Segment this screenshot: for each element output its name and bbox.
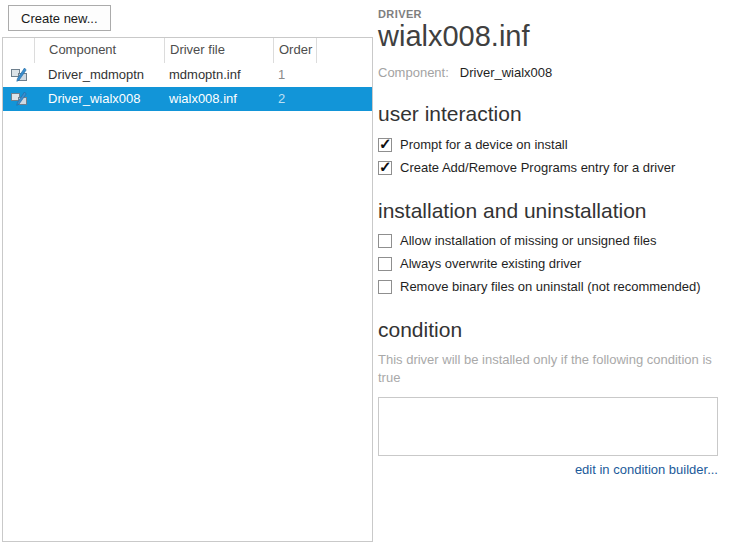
drivers-list-pane: Create new... Component Driver file Orde… — [0, 0, 374, 552]
cell-component: Driver_wialx008 — [34, 87, 164, 111]
cell-order: 2 — [273, 87, 316, 111]
checkbox-row: Prompt for a device on install — [378, 136, 718, 154]
create-new-button[interactable]: Create new... — [8, 5, 111, 31]
cell-component: Driver_mdmoptn — [34, 63, 164, 87]
section-title: installation and uninstallation — [378, 198, 718, 223]
checkbox-row: Allow installation of missing or unsigne… — [378, 232, 718, 250]
driver-icon — [3, 87, 34, 111]
drivers-table-header: Component Driver file Order — [3, 38, 372, 63]
checkbox[interactable] — [378, 257, 392, 271]
checkbox[interactable] — [378, 161, 392, 175]
checkbox[interactable] — [378, 234, 392, 248]
option-section: installation and uninstallation Allow in… — [378, 198, 718, 296]
cell-filler — [316, 63, 372, 87]
cell-order: 1 — [273, 63, 316, 87]
driver-details-pane: DRIVER wialx008.inf Component:Driver_wia… — [378, 0, 718, 478]
condition-input[interactable] — [378, 397, 718, 456]
checkbox-row: Always overwrite existing driver — [378, 255, 718, 273]
condition-description: This driver will be installed only if th… — [378, 351, 718, 387]
condition-builder-link[interactable]: edit in condition builder... — [575, 462, 718, 477]
column-header-icon — [3, 38, 34, 63]
checkbox-label: Remove binary files on uninstall (not re… — [400, 279, 701, 294]
checkbox-label: Create Add/Remove Programs entry for a d… — [400, 160, 675, 175]
component-value: Driver_wialx008 — [460, 65, 552, 80]
checkbox-row: Create Add/Remove Programs entry for a d… — [378, 159, 718, 177]
column-header-order[interactable]: Order — [273, 38, 316, 63]
driver-icon — [3, 63, 34, 87]
checkbox-row: Remove binary files on uninstall (not re… — [378, 278, 718, 296]
checkbox-label: Allow installation of missing or unsigne… — [400, 233, 657, 248]
option-sections: user interaction Prompt for a device on … — [378, 101, 718, 295]
table-row[interactable]: Driver_mdmoptn mdmoptn.inf 1 — [3, 63, 372, 87]
driver-settings-page: Create new... Component Driver file Orde… — [0, 0, 730, 552]
page-title: wialx008.inf — [378, 21, 718, 52]
cell-driver-file: wialx008.inf — [164, 87, 273, 111]
checkbox[interactable] — [378, 280, 392, 294]
check-list: Allow installation of missing or unsigne… — [378, 232, 718, 296]
column-header-driver-file[interactable]: Driver file — [164, 38, 273, 63]
cell-driver-file: mdmoptn.inf — [164, 63, 273, 87]
section-title-condition: condition — [378, 317, 718, 342]
check-list: Prompt for a device on install Create Ad… — [378, 136, 718, 177]
drivers-table: Component Driver file Order Driver_mdmop… — [2, 37, 373, 542]
checkbox-label: Always overwrite existing driver — [400, 256, 581, 271]
component-line: Component:Driver_wialx008 — [378, 65, 718, 80]
column-header-component[interactable]: Component — [34, 38, 164, 63]
column-header-filler — [316, 38, 372, 63]
component-label: Component: — [378, 65, 449, 80]
cell-filler — [316, 87, 372, 111]
condition-link-row: edit in condition builder... — [378, 460, 718, 478]
table-row[interactable]: Driver_wialx008 wialx008.inf 2 — [3, 87, 372, 111]
option-section: user interaction Prompt for a device on … — [378, 101, 718, 176]
checkbox[interactable] — [378, 138, 392, 152]
driver-kicker: DRIVER — [378, 8, 718, 20]
section-title: user interaction — [378, 101, 718, 126]
checkbox-label: Prompt for a device on install — [400, 137, 568, 152]
drivers-table-body: Driver_mdmoptn mdmoptn.inf 1 Driver_wial… — [3, 63, 372, 111]
condition-section: condition This driver will be installed … — [378, 317, 718, 479]
